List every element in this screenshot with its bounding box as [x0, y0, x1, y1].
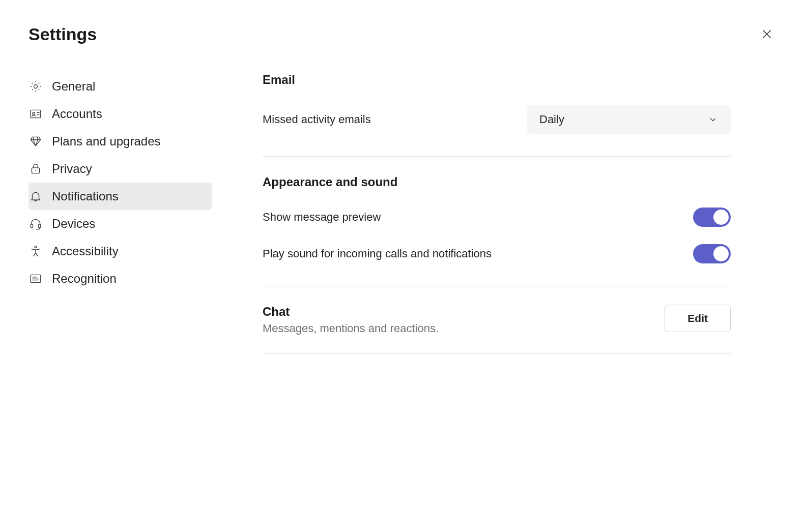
close-icon [760, 27, 773, 42]
sidebar-item-privacy[interactable]: Privacy [28, 155, 212, 183]
play-sound-row: Play sound for incoming calls and notifi… [263, 240, 731, 268]
sidebar-item-recognition[interactable]: Recognition [28, 265, 212, 292]
sidebar-item-label: Notifications [52, 189, 119, 203]
chat-subtitle: Messages, mentions and reactions. [263, 322, 439, 335]
bell-icon [28, 189, 43, 203]
diamond-icon [28, 134, 43, 149]
settings-header: Settings [28, 24, 777, 44]
sidebar-item-label: Plans and upgrades [52, 134, 161, 149]
sidebar-item-general[interactable]: General [28, 73, 212, 100]
close-button[interactable] [757, 24, 777, 45]
missed-activity-label: Missed activity emails [263, 111, 371, 128]
sidebar-item-notifications[interactable]: Notifications [28, 183, 212, 210]
chat-section-row: Chat Messages, mentions and reactions. E… [263, 305, 731, 335]
sidebar-item-label: Accounts [52, 107, 102, 121]
section-divider [263, 156, 731, 157]
chat-edit-button[interactable]: Edit [665, 305, 731, 332]
sidebar-item-plans[interactable]: Plans and upgrades [28, 128, 212, 155]
gear-icon [28, 79, 43, 94]
show-preview-toggle[interactable] [693, 208, 731, 227]
show-preview-row: Show message preview [263, 203, 731, 231]
sidebar-item-label: Recognition [52, 272, 117, 286]
headset-icon [28, 217, 43, 231]
toggle-knob [713, 210, 729, 225]
recognition-icon [28, 272, 43, 286]
sidebar-item-accounts[interactable]: Accounts [28, 100, 212, 128]
sidebar-item-accessibility[interactable]: Accessibility [28, 238, 212, 265]
missed-activity-row: Missed activity emails Daily [263, 101, 731, 138]
sidebar-item-label: Accessibility [52, 244, 119, 258]
sidebar-item-label: Devices [52, 217, 95, 231]
chat-section-title: Chat [263, 305, 439, 319]
section-divider [263, 353, 731, 354]
missed-activity-dropdown[interactable]: Daily [527, 105, 731, 134]
toggle-knob [713, 246, 729, 261]
play-sound-toggle[interactable] [693, 244, 731, 263]
email-section-title: Email [263, 73, 731, 87]
sidebar-item-label: Privacy [52, 162, 92, 176]
sidebar-item-devices[interactable]: Devices [28, 210, 212, 238]
chat-header-text: Chat Messages, mentions and reactions. [263, 305, 439, 335]
show-preview-label: Show message preview [263, 209, 381, 226]
lock-icon [28, 162, 43, 176]
id-card-icon [28, 107, 43, 121]
play-sound-label: Play sound for incoming calls and notifi… [263, 245, 492, 262]
settings-sidebar: General Accounts Plans and upgrades Priv… [28, 73, 212, 372]
appearance-section-title: Appearance and sound [263, 175, 731, 189]
page-title: Settings [28, 24, 97, 44]
dropdown-value: Daily [539, 113, 564, 126]
accessibility-icon [28, 244, 43, 258]
settings-content: Email Missed activity emails Daily Appea… [212, 73, 731, 372]
section-divider [263, 286, 731, 286]
chevron-down-icon [707, 114, 718, 125]
sidebar-item-label: General [52, 79, 95, 94]
